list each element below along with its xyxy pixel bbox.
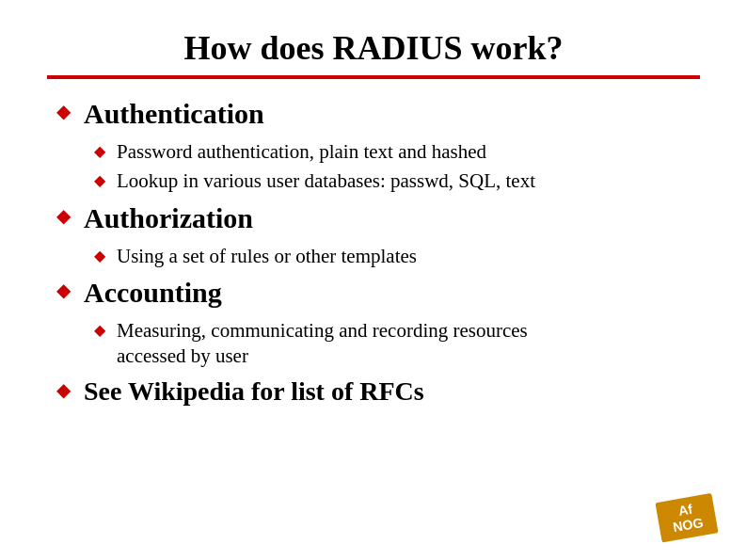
slide-title: How does RADIUS work? xyxy=(47,28,700,68)
subitem-text: Lookup in various user databases: passwd… xyxy=(117,168,535,194)
section-label: Authentication xyxy=(84,98,264,130)
section-accounting: ◆ Accounting ◆ Measuring, communicating … xyxy=(56,277,700,370)
bullet-l2-icon: ◆ xyxy=(94,171,105,189)
level2-item: ◆ Password authentication, plain text an… xyxy=(94,139,700,165)
subitem-text: Using a set of rules or other templates xyxy=(117,244,417,269)
level2-item: ◆ Measuring, communicating and recording… xyxy=(94,318,700,370)
section-label: Authorization xyxy=(84,202,253,234)
level1-item: ◆ Accounting xyxy=(56,277,700,309)
bullet-icon: ◆ xyxy=(56,204,71,227)
bullet-icon: ◆ xyxy=(56,100,71,122)
level1-item: ◆ Authorization xyxy=(56,202,700,234)
subitem-text: Measuring, communicating and recording r… xyxy=(117,318,528,370)
section-wikipedia: ◆ See Wikipedia for list of RFCs xyxy=(56,376,700,407)
content-area: ◆ Authentication ◆ Password authenticati… xyxy=(47,98,700,407)
section-label: Accounting xyxy=(84,277,222,309)
title-divider xyxy=(47,75,700,79)
slide: How does RADIUS work? ◆ Authentication ◆… xyxy=(0,0,747,560)
section-authorization: ◆ Authorization ◆ Using a set of rules o… xyxy=(56,202,700,269)
subitem-text: Password authentication, plain text and … xyxy=(117,139,486,165)
section-label: See Wikipedia for list of RFCs xyxy=(84,376,424,407)
subitems-list: ◆ Measuring, communicating and recording… xyxy=(94,318,700,370)
bullet-icon: ◆ xyxy=(56,378,71,401)
bullet-l2-icon: ◆ xyxy=(94,247,105,264)
subitems-list: ◆ Using a set of rules or other template… xyxy=(94,244,700,269)
bullet-l2-icon: ◆ xyxy=(94,321,105,339)
afnog-badge: Af NOG xyxy=(653,488,721,543)
bullet-icon: ◆ xyxy=(56,279,71,301)
section-authentication: ◆ Authentication ◆ Password authenticati… xyxy=(56,98,700,195)
level1-item: ◆ Authentication xyxy=(56,98,700,130)
level2-item: ◆ Using a set of rules or other template… xyxy=(94,244,700,269)
bullet-l2-icon: ◆ xyxy=(94,142,105,160)
level2-item: ◆ Lookup in various user databases: pass… xyxy=(94,168,700,194)
subitems-list: ◆ Password authentication, plain text an… xyxy=(94,139,700,195)
level1-item: ◆ See Wikipedia for list of RFCs xyxy=(56,376,700,407)
